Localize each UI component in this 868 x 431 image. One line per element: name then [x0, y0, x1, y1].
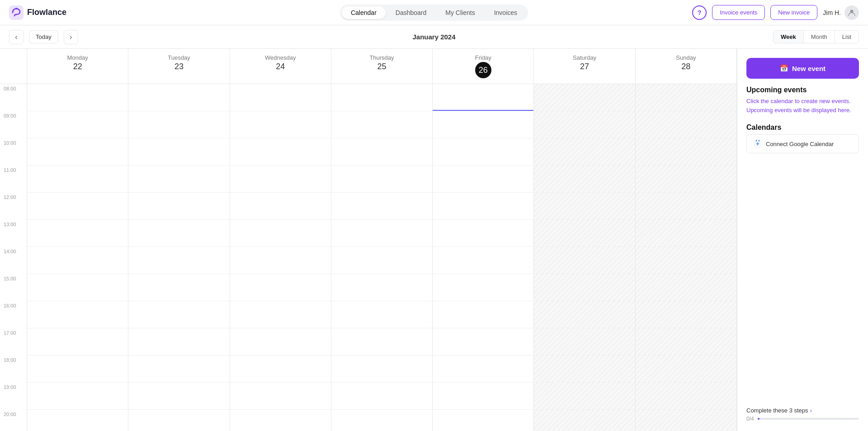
- time-cell-4-8[interactable]: [433, 301, 534, 328]
- time-cell-1-6[interactable]: [128, 247, 230, 274]
- time-cell-6-3[interactable]: [636, 166, 737, 193]
- time-cell-5-4[interactable]: [534, 193, 635, 220]
- time-cell-1-3[interactable]: [128, 166, 230, 193]
- time-cell-6-4[interactable]: [636, 193, 737, 220]
- time-cell-5-5[interactable]: [534, 220, 635, 247]
- time-cell-3-5[interactable]: [331, 220, 433, 247]
- new-event-button[interactable]: 📅 New event: [746, 58, 859, 79]
- help-button[interactable]: ?: [692, 5, 707, 20]
- time-cell-5-9[interactable]: [534, 328, 635, 355]
- time-cell-1-11[interactable]: [128, 383, 230, 410]
- time-cell-0-4[interactable]: [27, 193, 128, 220]
- time-cell-2-0[interactable]: [230, 84, 331, 111]
- time-cell-3-11[interactable]: [331, 383, 433, 410]
- time-cell-6-6[interactable]: [636, 247, 737, 274]
- time-cell-2-8[interactable]: [230, 301, 331, 328]
- view-list[interactable]: List: [835, 31, 859, 43]
- time-cell-2-12[interactable]: [230, 410, 331, 431]
- time-cell-3-12[interactable]: [331, 410, 433, 431]
- time-cell-4-9[interactable]: [433, 328, 534, 355]
- time-cell-1-12[interactable]: [128, 410, 230, 431]
- time-cell-6-7[interactable]: [636, 274, 737, 301]
- time-cell-0-0[interactable]: [27, 84, 128, 111]
- time-cell-1-2[interactable]: [128, 138, 230, 166]
- time-cell-5-8[interactable]: [534, 301, 635, 328]
- time-cell-1-0[interactable]: [128, 84, 230, 111]
- time-cell-6-12[interactable]: [636, 410, 737, 431]
- time-cell-6-5[interactable]: [636, 220, 737, 247]
- time-cell-3-9[interactable]: [331, 328, 433, 355]
- time-cell-0-7[interactable]: [27, 274, 128, 301]
- nav-dashboard[interactable]: Dashboard: [387, 6, 436, 19]
- time-cell-5-6[interactable]: [534, 247, 635, 274]
- time-cell-6-10[interactable]: [636, 355, 737, 383]
- time-cell-6-2[interactable]: [636, 138, 737, 166]
- time-cell-4-2[interactable]: [433, 138, 534, 166]
- time-cell-5-3[interactable]: [534, 166, 635, 193]
- time-cell-0-9[interactable]: [27, 328, 128, 355]
- time-cell-3-3[interactable]: [331, 166, 433, 193]
- time-cell-4-11[interactable]: [433, 383, 534, 410]
- connect-google-button[interactable]: Connect Google Calendar: [746, 134, 859, 153]
- invoice-events-button[interactable]: Invoice events: [712, 5, 765, 20]
- time-cell-1-1[interactable]: [128, 111, 230, 138]
- time-cell-0-3[interactable]: [27, 166, 128, 193]
- time-cell-5-11[interactable]: [534, 383, 635, 410]
- next-button[interactable]: ›: [64, 30, 78, 44]
- time-cell-0-6[interactable]: [27, 247, 128, 274]
- time-cell-4-1[interactable]: [433, 111, 534, 138]
- view-month[interactable]: Month: [804, 31, 835, 43]
- time-cell-0-12[interactable]: [27, 410, 128, 431]
- time-cell-3-6[interactable]: [331, 247, 433, 274]
- time-cell-5-7[interactable]: [534, 274, 635, 301]
- time-cell-0-8[interactable]: [27, 301, 128, 328]
- prev-button[interactable]: ‹: [9, 30, 24, 44]
- time-cell-5-1[interactable]: [534, 111, 635, 138]
- time-cell-6-11[interactable]: [636, 383, 737, 410]
- progress-label[interactable]: Complete these 3 steps ›: [746, 407, 859, 414]
- time-cell-3-2[interactable]: [331, 138, 433, 166]
- time-cell-3-0[interactable]: [331, 84, 433, 111]
- view-week[interactable]: Week: [774, 31, 804, 43]
- time-cell-2-4[interactable]: [230, 193, 331, 220]
- time-cell-0-1[interactable]: [27, 111, 128, 138]
- time-cell-2-2[interactable]: [230, 138, 331, 166]
- time-cell-2-1[interactable]: [230, 111, 331, 138]
- time-cell-1-7[interactable]: [128, 274, 230, 301]
- time-cell-1-8[interactable]: [128, 301, 230, 328]
- time-cell-6-1[interactable]: [636, 111, 737, 138]
- nav-my-clients[interactable]: My Clients: [436, 6, 484, 19]
- time-cell-1-10[interactable]: [128, 355, 230, 383]
- nav-invoices[interactable]: Invoices: [485, 6, 526, 19]
- time-cell-1-5[interactable]: [128, 220, 230, 247]
- new-invoice-button[interactable]: New invoice: [770, 5, 817, 20]
- time-cell-2-3[interactable]: [230, 166, 331, 193]
- time-cell-0-10[interactable]: [27, 355, 128, 383]
- time-cell-5-2[interactable]: [534, 138, 635, 166]
- time-cell-4-4[interactable]: [433, 193, 534, 220]
- time-cell-5-12[interactable]: [534, 410, 635, 431]
- time-cell-6-8[interactable]: [636, 301, 737, 328]
- time-cell-6-9[interactable]: [636, 328, 737, 355]
- time-cell-5-0[interactable]: [534, 84, 635, 111]
- calendar-area[interactable]: Monday 22 Tuesday 23 Wednesday 24 Thursd…: [0, 49, 737, 431]
- time-cell-2-11[interactable]: [230, 383, 331, 410]
- time-cell-1-4[interactable]: [128, 193, 230, 220]
- time-cell-5-10[interactable]: [534, 355, 635, 383]
- time-cell-6-0[interactable]: [636, 84, 737, 111]
- time-cell-3-8[interactable]: [331, 301, 433, 328]
- time-cell-2-5[interactable]: [230, 220, 331, 247]
- time-cell-2-9[interactable]: [230, 328, 331, 355]
- time-cell-3-1[interactable]: [331, 111, 433, 138]
- user-menu[interactable]: Jim H.: [823, 5, 859, 20]
- time-cell-4-12[interactable]: [433, 410, 534, 431]
- time-cell-3-10[interactable]: [331, 355, 433, 383]
- time-cell-3-4[interactable]: [331, 193, 433, 220]
- time-cell-0-5[interactable]: [27, 220, 128, 247]
- time-cell-4-6[interactable]: [433, 247, 534, 274]
- time-cell-4-3[interactable]: [433, 166, 534, 193]
- nav-calendar[interactable]: Calendar: [342, 6, 386, 19]
- time-cell-0-11[interactable]: [27, 383, 128, 410]
- time-cell-4-0[interactable]: [433, 84, 534, 111]
- time-cell-1-9[interactable]: [128, 328, 230, 355]
